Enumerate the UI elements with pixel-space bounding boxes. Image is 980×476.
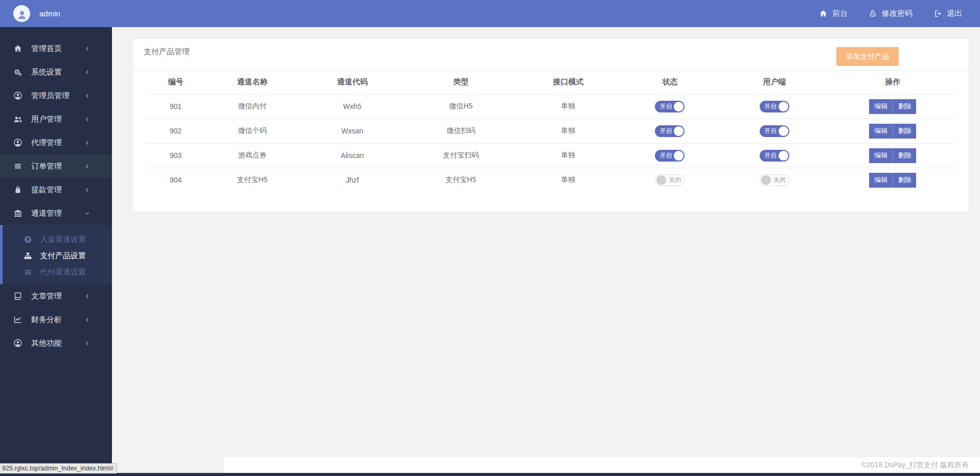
sidebar-item-label: 提款管理 — [31, 185, 62, 195]
list-icon — [13, 162, 24, 171]
cell-channel-code: Aliscan — [299, 143, 406, 168]
client-toggle[interactable]: 开启 — [760, 125, 789, 137]
client-toggle[interactable]: 开启 — [760, 101, 789, 112]
edit-button[interactable]: 编辑 — [869, 173, 893, 188]
client-toggle[interactable]: 关闭 — [760, 174, 789, 186]
cell-api-mode: 单独 — [516, 119, 620, 143]
sidebar-item-withdraw-management[interactable]: 提款管理 — [0, 178, 112, 201]
edit-button[interactable]: 编辑 — [869, 148, 893, 163]
toggle-knob — [656, 175, 666, 185]
chart-line-icon — [13, 315, 24, 324]
toggle-label: 开启 — [659, 127, 672, 135]
col-header-channel-code: 通道代码 — [299, 71, 406, 94]
delete-button[interactable]: 删除 — [893, 148, 916, 163]
toggle-label: 开启 — [764, 102, 777, 111]
sidebar-item-user-management[interactable]: 用户管理 — [0, 107, 112, 131]
edit-button[interactable]: 编辑 — [869, 99, 893, 114]
sidebar-item-label: 用户管理 — [31, 115, 62, 124]
user-avatar[interactable] — [13, 5, 30, 22]
col-header-status: 状态 — [621, 71, 719, 94]
delete-button[interactable]: 删除 — [893, 99, 916, 114]
delete-button[interactable]: 删除 — [893, 173, 916, 188]
submenu-item-deposit-channel-settings[interactable]: 入金渠道设置 — [3, 231, 112, 247]
cell-id: 903 — [146, 143, 206, 168]
book-icon — [13, 291, 24, 301]
toggle-label: 关闭 — [669, 176, 681, 185]
user-circle-icon — [13, 91, 24, 100]
status-toggle[interactable]: 开启 — [655, 101, 685, 112]
user-circle-icon — [13, 338, 24, 348]
channel-management-submenu: 入金渠道设置 支付产品设置 代付渠道设置 — [0, 225, 112, 284]
sidebar-item-order-management[interactable]: 订单管理 — [0, 154, 112, 178]
sidebar-item-finance-analysis[interactable]: 财务分析 — [0, 308, 112, 331]
sidebar-item-article-management[interactable]: 文章管理 — [0, 284, 112, 308]
main-content: 支付产品管理 添加支付产品 编号 通道名称 通道代码 类型 接口模式 — [112, 27, 980, 476]
client-toggle[interactable]: 开启 — [760, 150, 789, 162]
chevron-down-icon — [84, 210, 94, 217]
bottom-edge-strip — [0, 473, 980, 476]
nav-change-password[interactable]: 修改密码 — [869, 9, 913, 18]
row-actions: 编辑删除 — [869, 173, 916, 188]
copyright-text: ©2018 DsPay_打赏支付 版权所有 — [861, 461, 969, 469]
toggle-label: 开启 — [764, 151, 777, 160]
payment-product-card: 支付产品管理 添加支付产品 编号 通道名称 通道代码 类型 接口模式 — [132, 38, 969, 212]
table-row: 901 微信内付 Wxh5 微信H5 单独 开启 开启 编辑删除 — [146, 94, 956, 119]
cell-api-mode: 单独 — [516, 143, 620, 168]
submenu-item-label: 代付渠道设置 — [40, 267, 86, 277]
payment-product-table: 编号 通道名称 通道代码 类型 接口模式 状态 用户端 操作 901 微信内付 — [146, 71, 956, 192]
cell-id: 901 — [146, 94, 206, 119]
sidebar-item-label: 订单管理 — [31, 162, 62, 171]
nav-change-password-label: 修改密码 — [882, 9, 913, 18]
status-toggle[interactable]: 关闭 — [655, 174, 685, 186]
submenu-item-payment-product-settings[interactable]: 支付产品设置 — [3, 247, 112, 264]
col-header-api-mode: 接口模式 — [516, 71, 620, 94]
brand-area: admin — [0, 5, 123, 22]
col-header-id: 编号 — [146, 71, 206, 94]
card-header: 支付产品管理 添加支付产品 — [133, 39, 969, 71]
sidebar-item-other-functions[interactable]: 其他功能 — [0, 331, 112, 355]
submenu-item-payout-channel-settings[interactable]: 代付渠道设置 — [3, 264, 112, 280]
chevron-left-icon — [84, 116, 94, 123]
toggle-knob — [779, 151, 788, 161]
sidebar-item-admin-management[interactable]: 管理员管理 — [0, 84, 112, 107]
chevron-left-icon — [84, 46, 94, 52]
cell-id: 904 — [146, 168, 206, 192]
person-icon — [16, 9, 28, 21]
header-nav: 前台 修改密码 退出 — [819, 9, 980, 18]
status-toggle[interactable]: 开启 — [655, 125, 685, 137]
table-row: 904 支付宝H5 Jhzf 支付宝H5 单独 关闭 关闭 编辑删除 — [146, 168, 956, 192]
nav-frontend[interactable]: 前台 — [819, 9, 848, 18]
sidebar-item-channel-management[interactable]: 通道管理 — [0, 201, 112, 225]
row-actions: 编辑删除 — [869, 99, 916, 114]
cell-api-mode: 单独 — [516, 94, 620, 119]
chevron-left-icon — [84, 340, 94, 347]
cell-channel-name: 微信内付 — [206, 94, 299, 119]
nav-logout[interactable]: 退出 — [933, 9, 962, 18]
table-header-row: 编号 通道名称 通道代码 类型 接口模式 状态 用户端 操作 — [146, 71, 956, 94]
sidebar-item-agent-management[interactable]: 代理管理 — [0, 131, 112, 154]
sidebar-item-dashboard[interactable]: 管理首页 — [0, 37, 112, 60]
table-row: 903 游戏点券 Aliscan 支付宝扫码 单独 开启 开启 编辑删除 — [146, 143, 956, 168]
nav-logout-label: 退出 — [947, 9, 962, 18]
row-actions: 编辑删除 — [869, 148, 916, 163]
sidebar-item-label: 系统设置 — [31, 67, 62, 77]
edit-button[interactable]: 编辑 — [869, 124, 893, 139]
cell-type: 支付宝H5 — [406, 168, 516, 192]
delete-button[interactable]: 删除 — [893, 124, 916, 139]
user-circle-icon — [13, 138, 24, 147]
sidebar-item-system-settings[interactable]: 系统设置 — [0, 60, 112, 84]
page-title: 支付产品管理 — [144, 47, 190, 57]
add-payment-product-button[interactable]: 添加支付产品 — [836, 47, 899, 66]
p-circle-icon — [24, 235, 33, 244]
card-body: 编号 通道名称 通道代码 类型 接口模式 状态 用户端 操作 901 微信内付 — [133, 71, 969, 192]
toggle-label: 关闭 — [773, 176, 786, 185]
cell-type: 微信扫码 — [406, 119, 516, 143]
toggle-knob — [779, 102, 788, 111]
cell-api-mode: 单独 — [516, 168, 620, 192]
cell-channel-name: 微信个码 — [206, 119, 299, 143]
status-toggle[interactable]: 开启 — [655, 150, 685, 162]
sitemap-icon — [24, 252, 33, 260]
chevron-left-icon — [84, 316, 94, 323]
bank-icon — [13, 209, 24, 218]
page-footer: ©2018 DsPay_打赏支付 版权所有 — [224, 457, 980, 473]
